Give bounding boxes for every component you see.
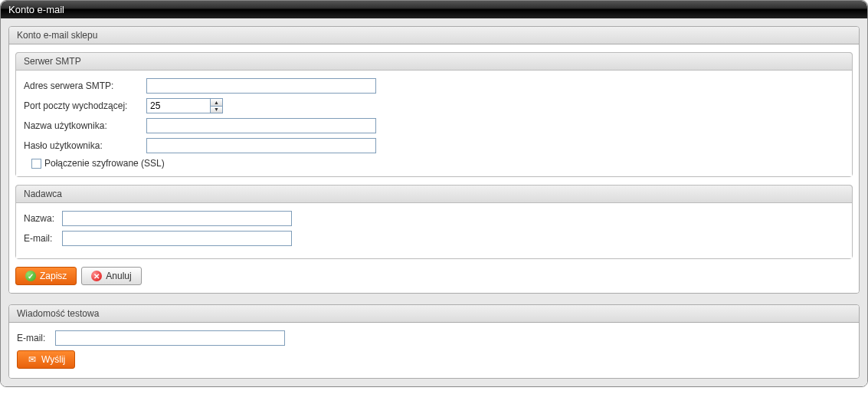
cancel-button-label: Anuluj — [106, 271, 131, 281]
sender-name-row: Nazwa: — [24, 211, 844, 226]
smtp-port-input[interactable] — [147, 99, 210, 113]
smtp-port-label: Port poczty wychodzącej: — [24, 100, 146, 111]
smtp-legend: Serwer SMTP — [15, 52, 853, 71]
sender-email-label: E-mail: — [24, 233, 62, 244]
smtp-pass-label: Hasło użytkownika: — [24, 140, 146, 151]
window-title: Konto e-mail — [8, 4, 64, 15]
smtp-body: Adres serwera SMTP: Port poczty wychodzą… — [16, 71, 852, 176]
smtp-server-row: Adres serwera SMTP: — [24, 78, 844, 94]
smtp-server-label: Adres serwera SMTP: — [24, 80, 146, 91]
window-titlebar: Konto e-mail — [1, 1, 867, 18]
cancel-circle-icon: ✕ — [91, 271, 102, 281]
smtp-port-row: Port poczty wychodzącej: ▲ ▼ — [24, 98, 844, 113]
smtp-ssl-row: Połączenie szyfrowane (SSL) — [31, 158, 844, 169]
sender-legend-text: Nadawca — [24, 189, 62, 199]
smtp-legend-text: Serwer SMTP — [24, 56, 81, 67]
check-circle-icon: ✓ — [25, 271, 36, 281]
smtp-port-stepper[interactable]: ▲ ▼ — [146, 98, 223, 113]
store-email-panel-header: Konto e-mail sklepu — [9, 27, 859, 44]
save-button-label: Zapisz — [40, 271, 67, 281]
test-email-input[interactable] — [55, 330, 285, 346]
test-message-panel: Wiadomość testowa E-mail: ✉ Wyślij — [8, 304, 860, 379]
port-step-down-button[interactable]: ▼ — [211, 107, 222, 113]
smtp-server-input[interactable] — [146, 78, 376, 94]
sender-name-label: Nazwa: — [24, 213, 62, 224]
smtp-pass-input[interactable] — [146, 138, 376, 153]
sender-body: Nazwa: E-mail: — [16, 203, 852, 258]
store-email-panel-title: Konto e-mail sklepu — [17, 30, 97, 41]
smtp-user-input[interactable] — [146, 118, 376, 133]
save-cancel-row: ✓ Zapisz ✕ Anuluj — [15, 267, 853, 285]
window-body: Konto e-mail sklepu Serwer SMTP Adres se… — [1, 18, 867, 386]
smtp-user-row: Nazwa użytkownika: — [24, 118, 844, 133]
send-button-label: Wyślij — [41, 354, 65, 365]
ssl-checkbox[interactable] — [31, 159, 41, 169]
sender-legend: Nadawca — [15, 185, 853, 203]
smtp-fieldset: Serwer SMTP Adres serwera SMTP: Port poc… — [15, 52, 853, 177]
smtp-user-label: Nazwa użytkownika: — [24, 120, 146, 131]
sender-fieldset: Nadawca Nazwa: E-mail: — [15, 185, 853, 259]
sender-name-input[interactable] — [62, 211, 292, 226]
port-step-up-button[interactable]: ▲ — [211, 99, 222, 107]
save-button[interactable]: ✓ Zapisz — [15, 267, 77, 285]
send-button[interactable]: ✉ Wyślij — [17, 350, 75, 369]
smtp-port-spinner-buttons: ▲ ▼ — [210, 99, 222, 113]
store-email-panel: Konto e-mail sklepu Serwer SMTP Adres se… — [8, 26, 860, 294]
smtp-pass-row: Hasło użytkownika: — [24, 138, 844, 153]
store-email-panel-body: Serwer SMTP Adres serwera SMTP: Port poc… — [9, 44, 859, 293]
test-email-row: E-mail: — [17, 330, 851, 346]
test-message-title: Wiadomość testowa — [17, 308, 99, 319]
send-row: ✉ Wyślij — [17, 350, 851, 369]
test-email-label: E-mail: — [17, 333, 55, 343]
test-message-header: Wiadomość testowa — [9, 305, 859, 323]
ssl-checkbox-label: Połączenie szyfrowane (SSL) — [44, 158, 165, 169]
email-account-window: Konto e-mail Konto e-mail sklepu Serwer … — [0, 0, 868, 387]
test-message-body: E-mail: ✉ Wyślij — [9, 323, 859, 378]
send-icon: ✉ — [27, 354, 38, 365]
cancel-button[interactable]: ✕ Anuluj — [81, 267, 141, 285]
sender-email-input[interactable] — [62, 231, 292, 246]
sender-email-row: E-mail: — [24, 231, 844, 246]
